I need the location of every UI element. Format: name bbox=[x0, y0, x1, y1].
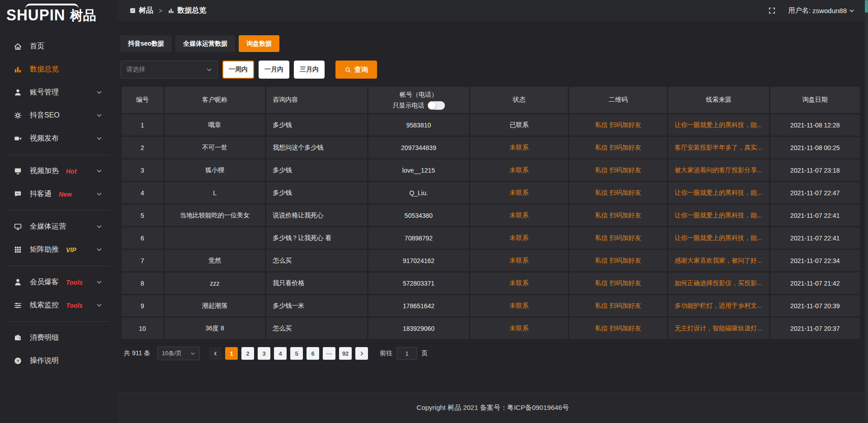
cell-account: love__1215 bbox=[368, 160, 469, 181]
page-number-button[interactable]: 92 bbox=[339, 347, 352, 360]
qrcode-link[interactable]: 私信 扫码加好友 bbox=[595, 279, 641, 287]
page-size-select[interactable]: 10条/页 bbox=[157, 347, 200, 360]
page-number-button[interactable]: ··· bbox=[323, 347, 335, 360]
pagination-total: 共 911 条 bbox=[124, 349, 150, 357]
cell-account: 9583810 bbox=[368, 114, 469, 136]
source-link[interactable]: 感谢大家喜欢我家，被问了好... bbox=[675, 257, 762, 264]
qrcode-link[interactable]: 私信 扫码加好友 bbox=[595, 302, 641, 309]
sidebar-item[interactable]: 全媒体运营 bbox=[0, 215, 118, 238]
phone-only-toggle[interactable] bbox=[428, 101, 445, 110]
search-button[interactable]: 查询 bbox=[335, 61, 377, 79]
sidebar-item-badge: Tools bbox=[66, 279, 83, 286]
cell-date: 2021-11-07 20:39 bbox=[770, 295, 860, 316]
source-link[interactable]: 如何正确选择投影仪，买投影... bbox=[675, 279, 762, 287]
fullscreen-icon[interactable] bbox=[768, 7, 776, 14]
cell-id: 8 bbox=[122, 273, 163, 294]
date-range-button[interactable]: 三月内 bbox=[294, 61, 325, 79]
sidebar-item[interactable]: 消费明细 bbox=[0, 326, 118, 349]
source-link[interactable]: 客厅安装投影半年多了，真实... bbox=[675, 144, 762, 151]
sidebar-item-label: 操作说明 bbox=[30, 356, 59, 366]
page-number-button[interactable]: 6 bbox=[307, 347, 319, 360]
sidebar-item[interactable]: 首页 bbox=[0, 35, 118, 58]
cell-nickname: zzz bbox=[165, 273, 265, 294]
source-link[interactable]: 让你一眼就爱上的黑科技，能... bbox=[675, 212, 762, 219]
sidebar-item-badge: VIP bbox=[66, 246, 76, 254]
cell-id: 5 bbox=[122, 205, 163, 226]
qrcode-link[interactable]: 私信 扫码加好友 bbox=[595, 189, 641, 196]
next-page-button[interactable] bbox=[355, 347, 368, 360]
source-link[interactable]: 被大家追着问的客厅投影分享... bbox=[675, 166, 762, 174]
question-icon: ? bbox=[14, 357, 22, 365]
sidebar-item-label: 首页 bbox=[30, 42, 44, 51]
date-range-button[interactable]: 一周内 bbox=[222, 61, 254, 79]
cell-status: 未联系 bbox=[470, 273, 568, 294]
table-row: 6 多少钱？让我死心 看 70898792 未联系 私信 扫码加好友 bbox=[122, 227, 860, 249]
cell-id: 2 bbox=[122, 137, 163, 158]
page-number-button[interactable]: 5 bbox=[290, 347, 303, 360]
cell-account: 178651642 bbox=[368, 295, 469, 316]
chevron-right-icon bbox=[359, 351, 364, 356]
cell-account: 572803371 bbox=[368, 273, 469, 294]
date-range-button[interactable]: 一月内 bbox=[259, 61, 289, 79]
breadcrumb-current: 数据总览 bbox=[177, 6, 206, 15]
cell-content: 多少钱？让我死心 看 bbox=[266, 227, 367, 249]
qrcode-link[interactable]: 私信 扫码加好友 bbox=[595, 234, 641, 241]
page-number-button[interactable]: 4 bbox=[274, 347, 287, 360]
source-link[interactable]: 让你一眼就爱上的黑科技，能... bbox=[675, 234, 762, 241]
tab[interactable]: 抖音seo数据 bbox=[120, 35, 172, 52]
sidebar-nav: 首页 数据总览 账号管理 bbox=[0, 31, 118, 372]
qrcode-link[interactable]: 私信 扫码加好友 bbox=[595, 144, 641, 151]
sidebar-item[interactable]: 矩阵助推 VIP bbox=[0, 238, 118, 261]
breadcrumb-separator: > bbox=[159, 7, 162, 14]
cell-account: 917024162 bbox=[368, 250, 469, 271]
qrcode-link[interactable]: 私信 扫码加好友 bbox=[595, 166, 641, 174]
inquiry-table: 编号 客户昵称 咨询内容 帐号（电话） 只显示电话 bbox=[120, 85, 861, 340]
chevron-down-icon bbox=[190, 351, 195, 356]
tab[interactable]: 询盘数据 bbox=[239, 35, 279, 52]
sidebar-item[interactable]: 线索监控 Tools bbox=[0, 294, 118, 317]
qrcode-link[interactable]: 私信 扫码加好友 bbox=[595, 121, 641, 128]
sidebar-item-label: 账号管理 bbox=[30, 88, 59, 97]
user-menu[interactable]: 用户名: zswodun88 bbox=[788, 6, 854, 15]
sidebar-item[interactable]: 抖音SEO bbox=[0, 104, 118, 127]
page-scrollbar[interactable] bbox=[865, 0, 868, 423]
sidebar-item[interactable]: 数据总览 bbox=[0, 58, 118, 81]
source-link[interactable]: 让你一眼就爱上的黑科技，能... bbox=[675, 189, 762, 196]
sidebar-divider bbox=[8, 266, 109, 266]
prev-page-button[interactable] bbox=[209, 347, 222, 360]
sidebar-item-badge: Tools bbox=[66, 302, 83, 309]
cell-account: 2097344839 bbox=[368, 137, 469, 158]
page-number-button[interactable]: 3 bbox=[258, 347, 270, 360]
source-link[interactable]: 无主灯设计，智能磁吸轨道灯... bbox=[675, 324, 762, 332]
chevron-down-icon bbox=[206, 67, 212, 73]
sidebar-item[interactable]: 会员爆客 Tools bbox=[0, 271, 118, 294]
cell-content: 多少钱 bbox=[266, 114, 367, 136]
scrollbar-thumb[interactable] bbox=[865, 0, 868, 13]
qrcode-link[interactable]: 私信 扫码加好友 bbox=[595, 257, 641, 264]
app-root: SHUPIN 树品 首页 数据总览 bbox=[0, 0, 868, 423]
table-row: 2 不可一世 我想问这个多少钱 2097344839 未联系 私信 扫码加好友 bbox=[122, 137, 860, 158]
qrcode-link[interactable]: 私信 扫码加好友 bbox=[595, 212, 641, 219]
source-link[interactable]: 让你一眼就爱上的黑科技，能... bbox=[675, 121, 762, 128]
tab[interactable]: 全媒体运营数据 bbox=[175, 35, 235, 52]
sidebar-item[interactable]: 视频发布 bbox=[0, 127, 118, 150]
filter-select[interactable]: 请选择 bbox=[120, 61, 218, 79]
sidebar-item[interactable]: 视频加热 Hot bbox=[0, 160, 118, 183]
cell-date: 2021-11-07 22:34 bbox=[770, 250, 860, 271]
page-number-button[interactable]: 1 bbox=[225, 347, 238, 360]
cell-status: 未联系 bbox=[470, 295, 568, 316]
cell-date: 2021-11-07 22:41 bbox=[770, 227, 860, 249]
cell-nickname: 哦章 bbox=[165, 114, 265, 136]
page-number-button[interactable]: 2 bbox=[241, 347, 254, 360]
gear-icon bbox=[14, 111, 22, 120]
goto-page-input[interactable] bbox=[396, 347, 417, 360]
table-row: 3 狐小狸 多少钱 love__1215 未联系 私信 扫码加好友 被 bbox=[122, 160, 860, 181]
breadcrumb-root[interactable]: 树品 bbox=[139, 6, 153, 15]
cell-nickname: 潮起潮落 bbox=[165, 295, 265, 316]
sidebar-item[interactable]: ? 操作说明 bbox=[0, 349, 118, 372]
source-link[interactable]: 多功能护栏灯，适用于乡村文... bbox=[675, 302, 762, 309]
cell-status: 未联系 bbox=[470, 250, 568, 271]
sidebar-item[interactable]: 抖客通 New bbox=[0, 183, 118, 206]
qrcode-link[interactable]: 私信 扫码加好友 bbox=[595, 324, 641, 332]
sidebar-item[interactable]: 账号管理 bbox=[0, 81, 118, 104]
